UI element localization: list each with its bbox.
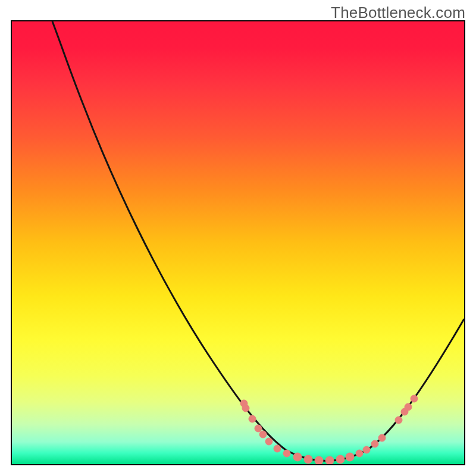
data-point (315, 456, 323, 464)
data-point (395, 416, 402, 424)
data-point (274, 445, 281, 452)
data-point (378, 434, 386, 441)
watermark-text: TheBottleneck.com (331, 4, 465, 22)
plot-area (11, 20, 465, 465)
data-point (363, 446, 370, 453)
data-point (346, 453, 354, 461)
data-point (356, 450, 363, 457)
data-point (304, 455, 312, 464)
chart-container: TheBottleneck.com (0, 0, 476, 476)
data-point (249, 415, 256, 422)
data-point (242, 405, 249, 412)
data-point (371, 440, 378, 447)
data-points (240, 395, 418, 464)
data-point (255, 425, 262, 432)
data-point (325, 456, 334, 464)
data-point (336, 455, 345, 464)
data-point (405, 403, 412, 411)
data-point (411, 395, 418, 402)
bottleneck-curve (52, 21, 464, 461)
data-point (283, 450, 290, 457)
data-point (259, 431, 267, 438)
chart-svg (12, 21, 464, 464)
data-point (265, 438, 273, 445)
data-point (293, 453, 302, 461)
